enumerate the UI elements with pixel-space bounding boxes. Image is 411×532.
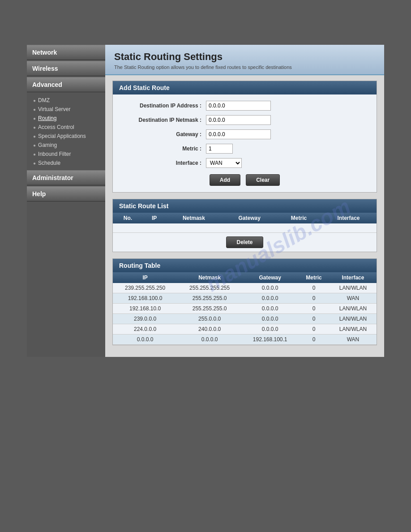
sidebar-item-wireless[interactable]: Wireless bbox=[27, 61, 105, 76]
routing-table: IP Netmask Gateway Metric Interface 239.… bbox=[113, 272, 377, 345]
routing-cell-ip: 0.0.0.0 bbox=[113, 334, 177, 344]
sidebar-item-help[interactable]: Help bbox=[27, 186, 105, 202]
sidebar-item-dmz[interactable]: ● DMZ bbox=[27, 96, 105, 105]
routing-table-panel: Routing Table IP Netmask Gateway Metric … bbox=[112, 258, 377, 345]
static-route-table-body bbox=[113, 223, 377, 232]
static-route-list-panel: Static Route List No. IP Netmask Gateway… bbox=[112, 199, 377, 252]
routing-cell-ip: 239.255.255.250 bbox=[113, 283, 177, 293]
dest-ip-row: Destination IP Address : bbox=[121, 101, 368, 111]
advanced-menu: ● DMZ ● Virtual Server ● Routing ● Acces… bbox=[27, 93, 105, 170]
routing-table-body: IP Netmask Gateway Metric Interface 239.… bbox=[113, 272, 377, 345]
routing-cell-gateway: 0.0.0.0 bbox=[242, 324, 298, 334]
page-header: Static Routing Settings The Static Routi… bbox=[105, 45, 384, 75]
bullet-icon: ● bbox=[33, 134, 36, 139]
static-route-table: No. IP Netmask Gateway Metric Interface bbox=[113, 213, 377, 233]
bullet-icon: ● bbox=[33, 116, 36, 121]
routing-cell-netmask: 255.255.255.0 bbox=[177, 293, 242, 303]
dest-mask-row: Destination IP Netmask : bbox=[121, 115, 368, 125]
routing-cell-metric: 0 bbox=[298, 293, 330, 303]
col-interface: Interface bbox=[321, 213, 377, 223]
routing-cell-metric: 0 bbox=[298, 283, 330, 293]
routing-cell-interface: LAN/WLAN bbox=[330, 324, 377, 334]
routing-cell-netmask: 0.0.0.0 bbox=[177, 334, 242, 344]
sidebar-item-inbound-filter[interactable]: ● Inbound Filter bbox=[27, 150, 105, 159]
routing-cell-ip: 224.0.0.0 bbox=[113, 324, 177, 334]
interface-select[interactable]: WAN LAN bbox=[206, 158, 242, 168]
routing-table-header-row: IP Netmask Gateway Metric Interface bbox=[113, 272, 377, 283]
routing-cell-interface: LAN/WLAN bbox=[330, 303, 377, 313]
add-clear-buttons: Add Clear bbox=[121, 174, 368, 186]
gateway-row: Gateway : bbox=[121, 129, 368, 139]
routing-cell-metric: 0 bbox=[298, 313, 330, 324]
sidebar-item-special-apps[interactable]: ● Special Applications bbox=[27, 132, 105, 141]
routing-col-interface: Interface bbox=[330, 272, 377, 283]
sidebar-item-network[interactable]: Network bbox=[27, 45, 105, 60]
routing-cell-interface: WAN bbox=[330, 293, 377, 303]
table-row: 224.0.0.0240.0.0.00.0.0.00LAN/WLAN bbox=[113, 324, 377, 334]
sidebar-item-advanced[interactable]: Advanced bbox=[27, 77, 105, 92]
sidebar-item-routing[interactable]: ● Routing bbox=[27, 114, 105, 123]
page-description: The Static Routing option allows you to … bbox=[114, 64, 375, 70]
routing-cell-ip: 192.168.100.0 bbox=[113, 293, 177, 303]
col-netmask: Netmask bbox=[166, 213, 222, 223]
routing-cell-ip: 192.168.10.0 bbox=[113, 303, 177, 313]
col-metric: Metric bbox=[277, 213, 321, 223]
table-row: 192.168.100.0255.255.255.00.0.0.00WAN bbox=[113, 293, 377, 303]
routing-cell-ip: 239.0.0.0 bbox=[113, 313, 177, 324]
add-static-route-body: Destination IP Address : Destination IP … bbox=[113, 94, 377, 192]
col-gateway: Gateway bbox=[222, 213, 277, 223]
routing-cell-interface: WAN bbox=[330, 334, 377, 344]
bullet-icon: ● bbox=[33, 161, 36, 166]
static-route-list-header: Static Route List bbox=[113, 199, 377, 213]
table-row: 239.0.0.0255.0.0.00.0.0.00LAN/WLAN bbox=[113, 313, 377, 324]
metric-input[interactable] bbox=[206, 144, 233, 154]
routing-cell-netmask: 240.0.0.0 bbox=[177, 324, 242, 334]
dest-mask-input[interactable] bbox=[206, 115, 271, 125]
clear-button[interactable]: Clear bbox=[246, 174, 280, 186]
routing-cell-interface: LAN/WLAN bbox=[330, 313, 377, 324]
gateway-input[interactable] bbox=[206, 129, 271, 139]
dest-ip-input[interactable] bbox=[206, 101, 271, 111]
bullet-icon: ● bbox=[33, 152, 36, 157]
table-row: 239.255.255.250255.255.255.2550.0.0.00LA… bbox=[113, 283, 377, 293]
delete-btn-row: Delete bbox=[113, 233, 377, 252]
routing-cell-netmask: 255.255.255.0 bbox=[177, 303, 242, 313]
routing-cell-gateway: 0.0.0.0 bbox=[242, 283, 298, 293]
main-content: Static Routing Settings The Static Routi… bbox=[105, 45, 384, 357]
routing-col-metric: Metric bbox=[298, 272, 330, 283]
page-title: Static Routing Settings bbox=[114, 51, 375, 63]
sidebar-item-gaming[interactable]: ● Gaming bbox=[27, 141, 105, 150]
interface-row: Interface : WAN LAN bbox=[121, 158, 368, 168]
routing-table-header: Routing Table bbox=[113, 259, 377, 272]
routing-cell-netmask: 255.0.0.0 bbox=[177, 313, 242, 324]
interface-label: Interface : bbox=[121, 160, 206, 166]
bullet-icon: ● bbox=[33, 125, 36, 130]
table-row: 192.168.10.0255.255.255.00.0.0.00LAN/WLA… bbox=[113, 303, 377, 313]
routing-col-gateway: Gateway bbox=[242, 272, 298, 283]
sidebar-item-virtual-server[interactable]: ● Virtual Server bbox=[27, 105, 105, 114]
dest-mask-label: Destination IP Netmask : bbox=[121, 117, 206, 123]
gateway-label: Gateway : bbox=[121, 131, 206, 137]
empty-row bbox=[113, 223, 377, 232]
sidebar-item-access-control[interactable]: ● Access Control bbox=[27, 123, 105, 132]
bullet-icon: ● bbox=[33, 98, 36, 103]
routing-cell-metric: 0 bbox=[298, 334, 330, 344]
routing-cell-gateway: 0.0.0.0 bbox=[242, 313, 298, 324]
routing-cell-metric: 0 bbox=[298, 324, 330, 334]
bullet-icon: ● bbox=[33, 143, 36, 148]
content-area: Add Static Route Destination IP Address … bbox=[105, 75, 384, 357]
col-no: No. bbox=[113, 213, 143, 223]
dest-ip-label: Destination IP Address : bbox=[121, 103, 206, 109]
delete-button[interactable]: Delete bbox=[226, 236, 263, 248]
sidebar-item-schedule[interactable]: ● Schedule bbox=[27, 159, 105, 167]
add-static-route-header: Add Static Route bbox=[113, 81, 377, 94]
metric-label: Metric : bbox=[121, 146, 206, 152]
routing-cell-gateway: 0.0.0.0 bbox=[242, 293, 298, 303]
sidebar-item-administrator[interactable]: Administrator bbox=[27, 170, 105, 185]
add-static-route-panel: Add Static Route Destination IP Address … bbox=[112, 81, 377, 193]
routing-cell-gateway: 192.168.100.1 bbox=[242, 334, 298, 344]
add-button[interactable]: Add bbox=[210, 174, 240, 186]
bullet-icon: ● bbox=[33, 107, 36, 112]
routing-col-netmask: Netmask bbox=[177, 272, 242, 283]
routing-cell-interface: LAN/WLAN bbox=[330, 283, 377, 293]
